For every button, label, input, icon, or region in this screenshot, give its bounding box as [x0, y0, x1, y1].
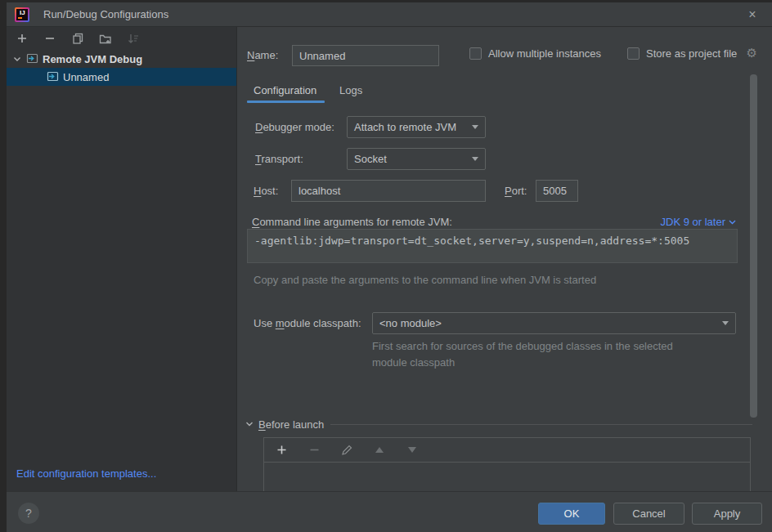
module-classpath-dropdown[interactable]: <no module> — [372, 312, 736, 334]
debugger-mode-label: Debugger mode: — [255, 121, 334, 133]
dialog-window: IJ Run/Debug Configurations × — [7, 2, 772, 532]
module-classpath-value: <no module> — [379, 317, 442, 329]
port-label: Port: — [505, 185, 527, 197]
chevron-down-icon — [472, 157, 478, 161]
host-label: Host: — [254, 185, 278, 197]
ok-button[interactable]: OK — [538, 503, 605, 525]
intellij-logo-glyph: IJ — [20, 9, 25, 16]
jdk-version-label: JDK 9 or later — [661, 216, 725, 228]
vertical-scrollbar[interactable] — [750, 74, 757, 418]
move-up-icon[interactable] — [372, 443, 387, 458]
module-classpath-hint-line2: module classpath — [372, 356, 455, 369]
sidebar-toolbar — [7, 27, 236, 50]
edit-task-icon[interactable] — [339, 443, 354, 458]
chevron-down-icon[interactable] — [13, 56, 21, 62]
command-line-arguments-label: Command line arguments for remote JVM: — [252, 216, 452, 228]
tree-item-unnamed-selected[interactable]: Unnamed — [7, 68, 236, 86]
dialog-footer: ? OK Cancel Apply — [7, 491, 772, 532]
chevron-down-icon — [722, 321, 729, 325]
run-config-icon — [25, 53, 38, 65]
add-configuration-icon[interactable] — [15, 31, 29, 46]
port-input[interactable]: 5005 — [536, 180, 578, 202]
port-input-value: 5005 — [543, 185, 567, 197]
chevron-down-icon — [729, 220, 736, 225]
jdk-version-selector[interactable]: JDK 9 or later — [661, 216, 736, 228]
allow-multiple-instances-checkbox[interactable]: Allow multiple instances — [469, 47, 601, 60]
intellij-logo-bar — [18, 17, 22, 19]
tab-logs[interactable]: Logs — [339, 84, 362, 96]
edit-configuration-templates-link[interactable]: Edit configuration templates... — [16, 467, 156, 480]
command-line-arguments-field[interactable]: -agentlib:jdwp=transport=dt_socket,serve… — [247, 229, 738, 263]
intellij-logo-icon: IJ — [15, 7, 29, 22]
configuration-panel: Name: Unnamed Allow multiple instances S… — [237, 27, 772, 491]
gear-icon[interactable]: ⚙ — [747, 46, 757, 60]
run-debug-configurations-dialog: IJ Run/Debug Configurations × — [0, 0, 772, 532]
chevron-down-icon[interactable] — [245, 421, 254, 427]
before-launch-toolbar — [264, 438, 750, 463]
run-config-icon — [46, 71, 59, 83]
before-launch-task-list — [263, 437, 751, 491]
move-down-icon[interactable] — [405, 443, 420, 458]
use-module-classpath-label: Use module classpath: — [254, 317, 361, 329]
new-folder-icon[interactable] — [98, 31, 113, 46]
module-classpath-hint-line1: First search for sources of the debugged… — [372, 340, 673, 352]
sort-configurations-icon[interactable] — [126, 31, 141, 46]
remove-task-icon[interactable] — [307, 443, 321, 458]
tab-configuration[interactable]: Configuration — [254, 84, 316, 96]
before-launch-separator — [330, 424, 752, 425]
transport-value: Socket — [354, 153, 387, 165]
transport-dropdown[interactable]: Socket — [347, 148, 486, 170]
configurations-sidebar: Remote JVM Debug Unnamed Edit configurat… — [7, 27, 237, 491]
checkbox-box[interactable] — [469, 47, 482, 60]
checkbox-box[interactable] — [627, 47, 640, 60]
active-tab-underline — [247, 101, 325, 103]
name-input-value: Unnamed — [299, 50, 345, 62]
title-bar: IJ Run/Debug Configurations × — [7, 2, 772, 27]
host-input[interactable]: localhost — [291, 180, 486, 202]
store-as-project-file-checkbox[interactable]: Store as project file — [627, 47, 737, 60]
debugger-mode-value: Attach to remote JVM — [354, 121, 456, 133]
name-input[interactable]: Unnamed — [292, 45, 439, 66]
help-button[interactable]: ? — [18, 503, 39, 524]
before-launch-label[interactable]: Before launch — [258, 418, 324, 431]
remove-configuration-icon[interactable] — [43, 31, 57, 46]
dialog-title: Run/Debug Configurations — [43, 8, 168, 20]
chevron-down-icon — [472, 125, 478, 129]
cancel-button[interactable]: Cancel — [613, 503, 684, 525]
name-label: Name: — [247, 49, 278, 61]
copy-configuration-icon[interactable] — [70, 31, 85, 46]
command-line-arguments-value: -agentlib:jdwp=transport=dt_socket,serve… — [254, 235, 689, 247]
host-input-value: localhost — [298, 185, 340, 197]
store-as-project-file-label: Store as project file — [646, 47, 737, 60]
before-launch-empty-list[interactable] — [264, 463, 750, 491]
debugger-mode-dropdown[interactable]: Attach to remote JVM — [347, 116, 486, 138]
tree-child-label: Unnamed — [63, 71, 109, 83]
add-task-icon[interactable] — [274, 443, 289, 458]
apply-button[interactable]: Apply — [692, 503, 762, 525]
transport-label: Transport: — [255, 153, 303, 165]
close-icon[interactable]: × — [744, 7, 761, 23]
tree-item-remote-jvm-debug[interactable]: Remote JVM Debug — [7, 50, 236, 68]
tree-group-label: Remote JVM Debug — [43, 53, 142, 65]
allow-multiple-instances-label: Allow multiple instances — [488, 47, 601, 60]
command-line-hint: Copy and paste the arguments to the comm… — [254, 274, 596, 286]
